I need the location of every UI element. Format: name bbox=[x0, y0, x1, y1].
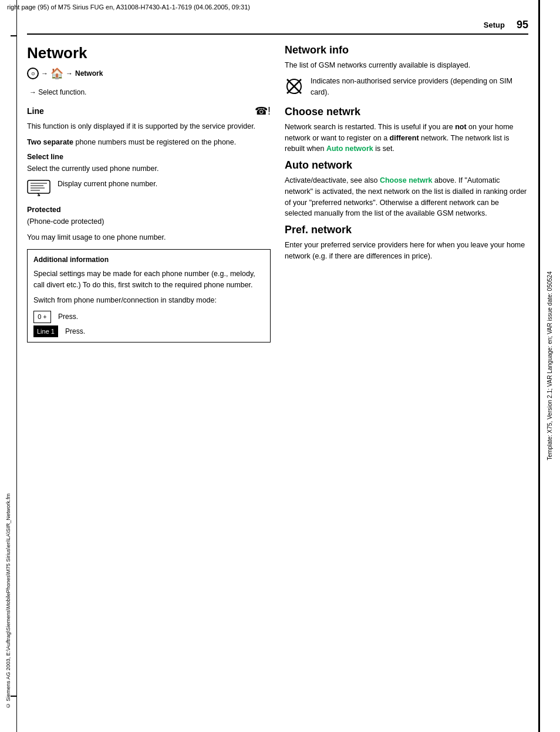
main-content: Setup 95 Network ⊙ → 🏠 → Network → Selec… bbox=[21, 14, 534, 343]
info-box: Additional information Special settings … bbox=[27, 249, 271, 343]
page-header: Setup 95 bbox=[27, 14, 528, 35]
line-title: Line bbox=[27, 106, 44, 116]
nav-arrow3: → bbox=[29, 88, 36, 96]
line-icon: ☎! bbox=[255, 105, 271, 117]
right-column: Network info The list of GSM networks cu… bbox=[285, 44, 528, 343]
non-auth-icon bbox=[285, 77, 303, 100]
left-margin-line bbox=[16, 0, 17, 732]
pref-network-body: Enter your preferred service providers h… bbox=[285, 240, 528, 262]
info-box-para2: Switch from phone number/connection in s… bbox=[33, 295, 264, 306]
choose-bold2: different bbox=[390, 134, 419, 142]
non-auth-text: Indicates non-authorised service provide… bbox=[311, 76, 528, 98]
select-line-title: Select line bbox=[27, 153, 271, 161]
right-sidebar: Template: X75, Version 2.1; VAR Language… bbox=[539, 0, 560, 732]
choose-end: is set. bbox=[375, 145, 394, 153]
nav-network-label: Network bbox=[75, 69, 103, 78]
line-body-twosep: Two separate phone numbers must be regis… bbox=[27, 137, 271, 148]
choose-colored: Auto network bbox=[326, 145, 373, 153]
line-bold-text: Two separate bbox=[27, 138, 73, 146]
pref-network-title: Pref. network bbox=[285, 224, 528, 236]
key2-action: Press. bbox=[65, 326, 85, 337]
setup-label: Setup bbox=[484, 21, 505, 29]
choose-bold1: not bbox=[455, 123, 466, 131]
protected-body2: You may limit usage to one phone number. bbox=[27, 232, 271, 243]
auto-network-title: Auto network bbox=[285, 159, 528, 172]
key-row-1: 0 + Press. bbox=[33, 311, 264, 323]
line-rest-text: phone numbers must be registered on the … bbox=[73, 138, 236, 146]
info-box-title: Additional information bbox=[33, 254, 264, 265]
network-icon-row: Indicates non-authorised service provide… bbox=[285, 76, 528, 100]
phone-display-icon bbox=[27, 180, 50, 200]
nav-arrow1: → bbox=[41, 69, 48, 78]
protected-title: Protected bbox=[27, 206, 271, 214]
auto-network-body: Activate/deactivate, see also Choose net… bbox=[285, 175, 528, 219]
network-info-title: Network info bbox=[285, 44, 528, 56]
nav-select-text: Select function. bbox=[38, 88, 86, 96]
page-title: Network bbox=[27, 44, 271, 62]
nav-select-label: → Select function. bbox=[29, 88, 271, 96]
line-body1: This function is only displayed if it is… bbox=[27, 121, 271, 132]
right-sidebar-text: Template: X75, Version 2.1; VAR Language… bbox=[546, 271, 554, 461]
line-section-header: Line ☎! bbox=[27, 105, 271, 117]
two-column-layout: Network ⊙ → 🏠 → Network → Select functio… bbox=[27, 44, 528, 343]
key-row-2: Line 1 Press. bbox=[33, 325, 264, 338]
network-info-body: The list of GSM networks currently avail… bbox=[285, 60, 528, 71]
nav-circle-icon: ⊙ bbox=[27, 68, 39, 79]
page-number: 95 bbox=[517, 19, 528, 31]
left-sidebar: © Siemens AG 2003, E:\Auftrag\Siemens\Mo… bbox=[0, 0, 16, 732]
key-btn-0plus: 0 + bbox=[33, 311, 51, 323]
protected-body1: (Phone-code protected) bbox=[27, 216, 271, 227]
svg-rect-0 bbox=[28, 180, 50, 193]
auto-body1: Activate/deactivate, see also bbox=[285, 176, 377, 184]
auto-colored: Choose netwrk bbox=[380, 176, 433, 184]
key1-action: Press. bbox=[58, 311, 78, 322]
phone-display-row: Display current phone number. bbox=[27, 179, 271, 200]
choose-body1: Network search is restarted. This is use… bbox=[285, 123, 453, 131]
phone-display-text: Display current phone number. bbox=[58, 179, 157, 190]
line-body1-text: This function is only displayed if it is… bbox=[27, 122, 255, 130]
choose-netwrk-body: Network search is restarted. This is use… bbox=[285, 122, 528, 155]
choose-netwrk-title: Choose netwrk bbox=[285, 106, 528, 118]
top-meta: right page (95) of M75 Sirius FUG en, A3… bbox=[0, 0, 560, 14]
nav-house-icon: 🏠 bbox=[50, 67, 63, 80]
nav-path: ⊙ → 🏠 → Network bbox=[27, 67, 271, 80]
key-btn-line1: Line 1 bbox=[33, 325, 58, 338]
left-sidebar-text: © Siemens AG 2003, E:\Auftrag\Siemens\Mo… bbox=[5, 493, 11, 709]
nav-arrow2: → bbox=[66, 69, 73, 78]
info-box-para1: Special settings may be made for each ph… bbox=[33, 268, 264, 291]
left-column: Network ⊙ → 🏠 → Network → Select functio… bbox=[27, 44, 271, 343]
select-line-body: Select the currently used phone number. bbox=[27, 163, 271, 174]
